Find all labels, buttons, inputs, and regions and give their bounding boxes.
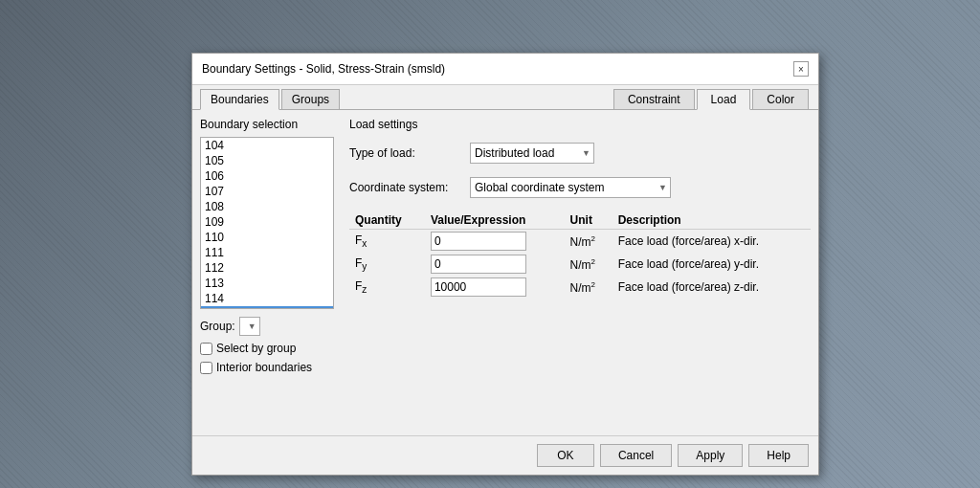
quantity-fy: Fy (349, 253, 425, 276)
right-panel: Load settings Type of load: Distributed … (349, 118, 811, 428)
coordinate-system-wrapper: Global coordinate system ▼ (470, 177, 671, 198)
value-fy-input[interactable] (431, 255, 526, 274)
tab-color[interactable]: Color (752, 89, 809, 109)
dialog-title: Boundary Settings - Solid, Stress-Strain… (202, 62, 445, 76)
quantity-table: Quantity Value/Expression Unit Descripti… (349, 211, 811, 299)
dialog-footer: OK Cancel Apply Help (192, 435, 818, 475)
right-tab-group: Constraint Load Color (613, 85, 818, 109)
group-label: Group: (200, 320, 235, 333)
interior-boundaries-checkbox[interactable] (200, 362, 212, 374)
left-tab-group: Boundaries Groups (192, 85, 342, 109)
tab-constraint[interactable]: Constraint (613, 89, 695, 109)
list-item[interactable]: 111 (201, 245, 333, 260)
coordinate-system-select[interactable]: Global coordinate system (470, 177, 671, 198)
value-fx-input[interactable] (431, 232, 526, 251)
interior-boundaries-label: Interior boundaries (216, 361, 312, 374)
tab-load[interactable]: Load (697, 89, 751, 110)
main-dialog: Boundary Settings - Solid, Stress-Strain… (191, 53, 819, 476)
value-fz-input[interactable] (431, 277, 526, 297)
load-settings-title: Load settings (349, 118, 811, 131)
quantity-fz: Fz (349, 276, 425, 299)
boundary-selection-label: Boundary selection (200, 118, 342, 131)
col-header-value: Value/Expression (425, 211, 565, 230)
list-item[interactable]: 106 (201, 168, 333, 184)
value-fx-cell (425, 230, 565, 254)
desc-fy: Face load (force/area) y-dir. (612, 253, 811, 276)
list-item[interactable]: 114 (201, 291, 333, 306)
list-item[interactable]: 109 (201, 214, 333, 230)
table-row: Fx N/m2 Face load (force/area) x-dir. (349, 230, 811, 254)
type-of-load-select[interactable]: Distributed load (470, 143, 594, 164)
coordinate-system-row: Coordinate system: Global coordinate sys… (349, 177, 811, 198)
select-by-group-label: Select by group (216, 342, 296, 355)
quantity-fx: Fx (349, 230, 425, 254)
help-button[interactable]: Help (748, 444, 809, 467)
list-item[interactable]: 108 (201, 199, 333, 214)
table-row: Fz N/m2 Face load (force/area) z-dir. (349, 276, 811, 299)
cancel-button[interactable]: Cancel (600, 444, 672, 467)
unit-fx: N/m2 (565, 230, 612, 254)
coordinate-system-label: Coordinate system: (349, 181, 464, 194)
tab-boundaries[interactable]: Boundaries (200, 89, 279, 110)
boundary-list[interactable]: 104 105 106 107 108 109 110 111 112 113 … (200, 137, 334, 309)
list-item[interactable]: 104 (201, 138, 333, 153)
list-item[interactable]: 107 (201, 184, 333, 199)
close-button[interactable]: × (793, 61, 809, 77)
value-fy-cell (425, 253, 565, 276)
left-panel: Boundary selection 104 105 106 107 108 1… (200, 118, 342, 428)
group-row: Group: ▼ (200, 317, 342, 336)
list-item[interactable]: 113 (201, 276, 333, 291)
dialog-content: Boundary selection 104 105 106 107 108 1… (192, 110, 818, 435)
type-of-load-label: Type of load: (349, 146, 464, 160)
type-of-load-wrapper: Distributed load ▼ (470, 143, 594, 164)
tab-header-area: Boundaries Groups Constraint Load Color (192, 85, 818, 110)
interior-boundaries-row: Interior boundaries (200, 361, 342, 374)
list-item-selected[interactable]: 115 (201, 306, 333, 309)
unit-fy: N/m2 (565, 253, 612, 276)
group-select-wrapper: ▼ (239, 317, 260, 336)
select-by-group-row: Select by group (200, 342, 342, 355)
list-item[interactable]: 105 (201, 153, 333, 168)
ok-button[interactable]: OK (537, 444, 594, 467)
col-header-description: Description (612, 211, 811, 230)
col-header-unit: Unit (565, 211, 612, 230)
apply-button[interactable]: Apply (678, 444, 743, 467)
unit-fz: N/m2 (565, 276, 612, 299)
group-select[interactable] (239, 317, 260, 336)
tab-groups[interactable]: Groups (281, 89, 340, 109)
list-item[interactable]: 110 (201, 230, 333, 245)
value-fz-cell (425, 276, 565, 299)
list-item[interactable]: 112 (201, 260, 333, 276)
desc-fx: Face load (force/area) x-dir. (612, 230, 811, 254)
table-row: Fy N/m2 Face load (force/area) y-dir. (349, 253, 811, 276)
title-bar: Boundary Settings - Solid, Stress-Strain… (192, 54, 818, 85)
desc-fz: Face load (force/area) z-dir. (612, 276, 811, 299)
col-header-quantity: Quantity (349, 211, 425, 230)
select-by-group-checkbox[interactable] (200, 343, 212, 355)
type-of-load-row: Type of load: Distributed load ▼ (349, 143, 811, 164)
